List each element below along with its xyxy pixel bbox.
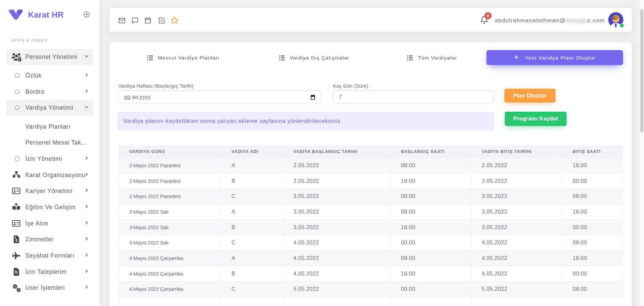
- svg-text:$: $: [15, 239, 18, 243]
